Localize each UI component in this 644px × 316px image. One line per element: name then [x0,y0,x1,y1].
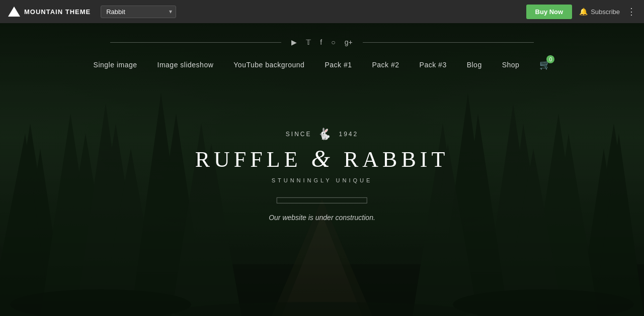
hero-section: ▶ 𝕋 f ○ g+ Single image Image slideshow … [0,23,644,316]
logo-area: MOUNTAIN THEME [8,7,91,17]
brand-name: RUFFLE & RABBIT [195,144,449,172]
since-row: SINCE 🐇 1942 [195,127,449,140]
tagline: STUNNINGLY UNIQUE [195,177,449,183]
theme-dropdown[interactable]: Rabbit Mountain Forest [101,6,176,18]
theme-dropdown-wrapper[interactable]: Rabbit Mountain Forest [101,6,176,18]
year-label: 1942 [339,130,358,137]
google-plus-icon[interactable]: g+ [345,38,353,46]
subscribe-label: Subscribe [591,8,620,16]
social-right-line [363,42,534,43]
social-bar: ▶ 𝕋 f ○ g+ [0,38,644,46]
logo-triangle-icon [8,7,20,17]
nav-image-slideshow[interactable]: Image slideshow [157,61,214,69]
bell-icon: 🔔 [579,8,588,16]
cart-icon-wrapper[interactable]: 🛒 0 [539,59,550,70]
cart-badge: 0 [546,55,554,63]
main-nav: Single image Image slideshow YouTube bac… [0,59,644,70]
admin-bar: MOUNTAIN THEME Rabbit Mountain Forest Bu… [0,0,644,23]
since-label: SINCE [286,130,312,137]
nav-pack-1[interactable]: Pack #1 [325,61,352,69]
under-construction-text: Our website is under construction. [195,213,449,221]
subscribe-area[interactable]: 🔔 Subscribe [579,8,620,16]
brand-part1: RUFFLE [195,147,302,171]
twitter-icon[interactable]: 𝕋 [306,38,311,46]
social-icons-group: ▶ 𝕋 f ○ g+ [291,38,352,46]
facebook-icon[interactable]: f [320,38,322,46]
divider-box [277,197,367,203]
ampersand: & [311,145,334,171]
more-options-icon[interactable]: ⋮ [627,6,636,17]
nav-shop[interactable]: Shop [502,61,520,69]
nav-pack-2[interactable]: Pack #2 [372,61,399,69]
nav-blog[interactable]: Blog [467,61,482,69]
nav-pack-3[interactable]: Pack #3 [420,61,447,69]
dribbble-icon[interactable]: ○ [331,38,335,46]
brand-part2: RABBIT [344,147,449,171]
social-left-line [110,42,281,43]
nav-single-image[interactable]: Single image [94,61,137,69]
hero-content: SINCE 🐇 1942 RUFFLE & RABBIT STUNNINGLY … [195,127,449,221]
youtube-icon[interactable]: ▶ [291,38,297,46]
buy-now-button[interactable]: Buy Now [526,5,573,19]
nav-youtube-background[interactable]: YouTube background [233,61,304,69]
logo-text: MOUNTAIN THEME [24,8,91,16]
rabbit-icon: 🐇 [317,127,333,140]
